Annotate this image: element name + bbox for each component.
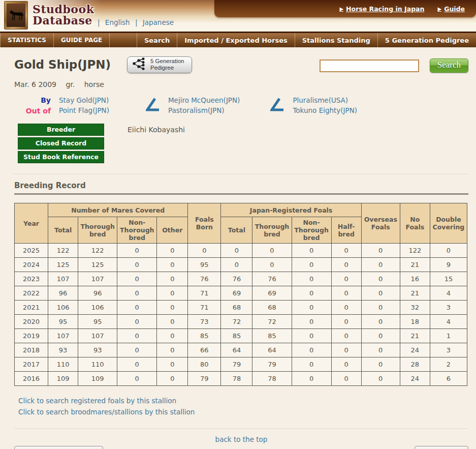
lang-english-link[interactable]: English	[105, 18, 130, 26]
value-cell: 64	[252, 343, 292, 357]
value-cell: 0	[117, 315, 157, 329]
guide-link[interactable]: ▶Guide	[437, 5, 465, 13]
value-cell: 0	[361, 244, 400, 258]
col-jr-total: Total	[221, 217, 252, 244]
value-cell: 78	[221, 372, 252, 386]
stud-book-reference-button[interactable]: Stud Book Reference	[18, 151, 104, 163]
value-cell: 95	[78, 315, 117, 329]
horse-racing-in-japan-link[interactable]: ▶Horse Racing in Japan	[339, 5, 424, 13]
print-this-page-button[interactable]: Print this page	[415, 446, 468, 449]
value-cell: 122	[78, 244, 117, 258]
value-cell: 0	[252, 258, 292, 272]
value-cell: 0	[292, 372, 331, 386]
coat-color: gr.	[66, 80, 75, 88]
pedigree-col-damline1: Mejiro McQueen(JPN) Pastoralism(JPN)	[146, 95, 240, 116]
dam-sire-link[interactable]: Mejiro McQueen(JPN)	[168, 95, 240, 105]
year-cell: 2025	[15, 244, 48, 258]
lang-japanese-link[interactable]: Japanese	[143, 18, 174, 26]
pedigree-labels: By Out of	[14, 95, 51, 116]
nav-item-search[interactable]: Search	[137, 33, 177, 47]
col-year: Year	[15, 203, 48, 244]
value-cell: 0	[361, 258, 400, 272]
value-cell: 0	[292, 343, 331, 357]
dam-link[interactable]: Point Flag(JPN)	[59, 105, 109, 115]
value-cell: 68	[221, 301, 252, 315]
dam-dam-dam-link[interactable]: Tokuno Eighty(JPN)	[293, 105, 357, 115]
breeder-button[interactable]: Breeder	[18, 124, 104, 136]
value-cell: 2	[430, 357, 467, 372]
value-cell: 0	[157, 329, 188, 343]
studbook-logo[interactable]	[4, 1, 28, 29]
back-to-previous-page-button[interactable]: back to the previous page	[14, 446, 103, 449]
value-cell: 21	[400, 329, 430, 343]
page-header: Studbook Database | English | Japanese ▶…	[0, 0, 476, 32]
value-cell: 76	[188, 272, 221, 286]
nav-left-group: STATISTICS GUIDE PAGE	[0, 33, 110, 47]
table-row: 201910710700858585000211	[15, 329, 467, 343]
value-cell: 32	[400, 301, 430, 315]
birth-date: Mar. 6 2009	[14, 80, 56, 88]
sire-link[interactable]: Stay Gold(JPN)	[59, 95, 109, 105]
value-cell: 79	[188, 372, 221, 386]
nav-right-group: Search Imported / Exported Horses Stalli…	[137, 33, 476, 47]
triangle-icon: ▶	[339, 6, 343, 12]
value-cell: 0	[331, 244, 361, 258]
breeding-record-table: Year Number of Mares Covered Foals Born …	[14, 203, 467, 386]
value-cell: 0	[331, 329, 361, 343]
value-cell: 73	[188, 315, 221, 329]
studbook-reference-row: Stud Book Reference	[18, 151, 468, 163]
value-cell: 4	[430, 315, 467, 329]
table-row: 201610910900797878000246	[15, 372, 467, 386]
col-double-covering: Double Covering	[430, 203, 467, 244]
nav-item-stallions-standing[interactable]: Stallions Standing	[295, 33, 377, 47]
value-cell: 78	[252, 372, 292, 386]
search-registered-foals-link[interactable]: Click to search registered foals by this…	[18, 395, 468, 406]
value-cell: 0	[221, 258, 252, 272]
search-button[interactable]: Search	[430, 58, 468, 73]
value-cell: 0	[361, 372, 400, 386]
value-cell: 0	[292, 258, 331, 272]
value-cell: 79	[252, 357, 292, 372]
back-to-top-link[interactable]: back to the top	[215, 435, 268, 443]
nav-item-guide-page[interactable]: GUIDE PAGE	[53, 33, 110, 47]
nav-item-5gen-pedigree[interactable]: 5 Generation Pedigree	[377, 33, 476, 47]
value-cell: 0	[292, 272, 331, 286]
value-cell: 0	[292, 301, 331, 315]
dam-dam-link[interactable]: Pastoralism(JPN)	[168, 105, 240, 115]
col-mc-total: Total	[48, 217, 78, 244]
value-cell: 79	[221, 357, 252, 372]
page-title: Gold Ship(JPN)	[14, 58, 111, 71]
value-cell: 122	[400, 244, 430, 258]
value-cell: 80	[188, 357, 221, 372]
value-cell: 93	[78, 343, 117, 357]
value-cell: 0	[117, 329, 157, 343]
value-cell: 0	[117, 286, 157, 301]
value-cell: 0	[292, 244, 331, 258]
pedigree-angle-icon	[270, 97, 284, 113]
value-cell: 106	[78, 301, 117, 315]
col-mc-non-thoroughbred: Non-Thorough bred	[117, 217, 157, 244]
value-cell: 0	[157, 272, 188, 286]
pedigree-col-parents: By Out of Stay Gold(JPN) Point Flag(JPN)	[14, 95, 109, 116]
closed-record-button[interactable]: Closed Record	[18, 137, 104, 149]
value-cell: 0	[361, 343, 400, 357]
value-cell: 0	[430, 244, 467, 258]
5-generation-pedigree-button[interactable]: 5 Generation Pedigree	[127, 56, 192, 73]
dam-dam-sire-link[interactable]: Pluralisme(USA)	[293, 95, 357, 105]
section-divider	[14, 174, 468, 175]
search-input[interactable]	[320, 59, 419, 72]
value-cell: 0	[157, 315, 188, 329]
value-cell: 0	[361, 272, 400, 286]
value-cell: 3	[430, 301, 467, 315]
value-cell: 109	[78, 372, 117, 386]
nav-item-statistics[interactable]: STATISTICS	[0, 33, 53, 47]
value-cell: 9	[430, 258, 467, 272]
table-row: 2020959500737272000184	[15, 315, 467, 329]
value-cell: 125	[78, 258, 117, 272]
table-header: Year Number of Mares Covered Foals Born …	[15, 203, 467, 244]
search-broodmares-stallions-link[interactable]: Click to search broodmares/stallions by …	[18, 406, 468, 417]
value-cell: 85	[252, 329, 292, 343]
nav-item-imported-exported[interactable]: Imported / Exported Horses	[177, 33, 294, 47]
value-cell: 0	[221, 244, 252, 258]
value-cell: 0	[157, 286, 188, 301]
